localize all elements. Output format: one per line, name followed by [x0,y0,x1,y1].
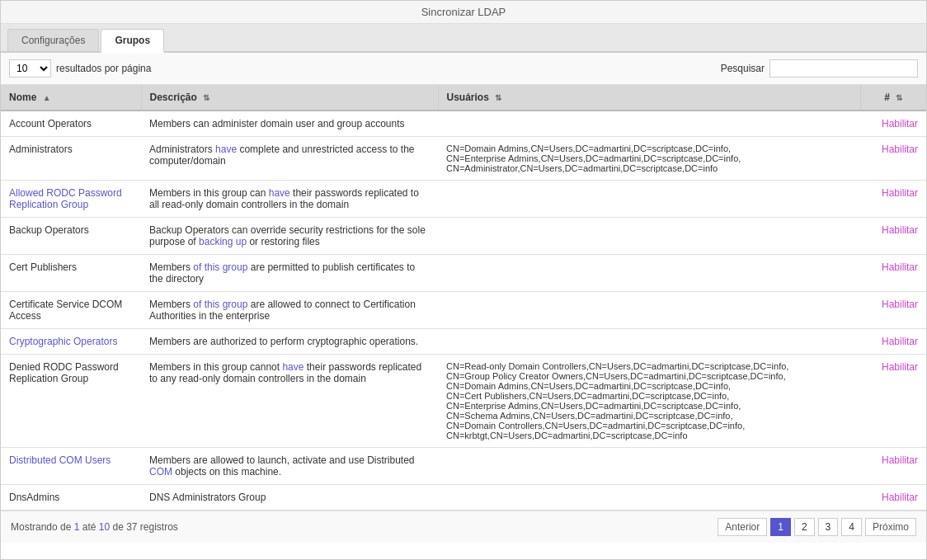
habilitar-link[interactable]: Habilitar [882,224,918,236]
table-row: AdministratorsAdministrators have comple… [1,137,926,181]
cell-action: Habilitar [860,111,926,137]
toolbar: 10 25 50 100 resultados por página Pesqu… [1,53,926,85]
sort-arrow-nome: ▲ [43,93,51,102]
cell-descricao: Members of this group are allowed to con… [141,292,438,329]
cell-action: Habilitar [860,448,926,485]
col-header-usuarios[interactable]: Usuários ⇅ [438,85,860,111]
cell-descricao: Backup Operators can override security r… [141,218,438,255]
cell-nome: Certificate Service DCOM Access [1,292,141,329]
per-page-section: 10 25 50 100 resultados por página [9,59,151,78]
table-row: Backup OperatorsBackup Operators can ove… [1,218,926,255]
page-button-2[interactable]: 2 [794,518,815,536]
window-title: Sincronizar LDAP [421,6,506,18]
cell-usuarios: CN=Domain Admins,CN=Users,DC=admartini,D… [438,137,860,181]
cell-descricao: Members are authorized to perform crypto… [141,329,438,355]
footer-info: Mostrando de 1 até 10 de 37 registros [11,521,178,533]
search-input[interactable] [769,59,918,78]
per-page-select[interactable]: 10 25 50 100 [9,59,51,78]
cell-descricao: Members in this group cannot have their … [141,355,438,448]
table-row: Allowed RODC Password Replication GroupM… [1,181,926,218]
cell-action: Habilitar [860,329,926,355]
main-window: Sincronizar LDAP Configurações Grupos 10… [0,0,927,560]
table-row: Cryptographic OperatorsMembers are autho… [1,329,926,355]
table-row: Denied RODC Password Replication GroupMe… [1,355,926,448]
per-page-label: resultados por página [56,63,151,74]
habilitar-link[interactable]: Habilitar [882,454,918,466]
cell-action: Habilitar [860,218,926,255]
cell-usuarios [438,218,860,255]
search-label: Pesquisar [721,63,765,74]
cell-action: Habilitar [860,355,926,448]
tab-bar: Configurações Grupos [1,24,926,53]
tab-grupos[interactable]: Grupos [101,29,164,53]
cell-descricao: Members of this group are permitted to p… [141,255,438,292]
habilitar-link[interactable]: Habilitar [882,118,918,129]
cell-nome: Administrators [1,137,141,181]
cell-nome: Account Operators [1,111,141,137]
sort-arrow-hash: ⇅ [896,93,902,102]
table-row: DnsAdminsDNS Administrators GroupHabilit… [1,485,926,511]
page-button-3[interactable]: 3 [818,518,839,536]
cell-descricao: Administrators have complete and unrestr… [141,137,438,181]
cell-usuarios [438,255,860,292]
table-row: Account OperatorsMembers can administer … [1,111,926,137]
cell-nome: DnsAdmins [1,485,141,511]
cell-usuarios: CN=Read-only Domain Controllers,CN=Users… [438,355,860,448]
nome-link[interactable]: Allowed RODC Password Replication Group [9,187,122,210]
tab-configuracoes[interactable]: Configurações [7,29,99,51]
sort-arrow-usuarios: ⇅ [495,93,501,102]
page-button-1[interactable]: 1 [770,518,791,536]
pagination: Anterior 1 2 3 4 Próximo [718,518,916,536]
cell-nome: Denied RODC Password Replication Group [1,355,141,448]
cell-nome: Distributed COM Users [1,448,141,485]
col-header-hash[interactable]: # ⇅ [860,85,926,111]
cell-descricao: Members in this group can have their pas… [141,181,438,218]
habilitar-link[interactable]: Habilitar [882,336,918,347]
cell-nome: Allowed RODC Password Replication Group [1,181,141,218]
search-section: Pesquisar [721,59,918,78]
title-bar: Sincronizar LDAP [1,1,926,24]
cell-descricao: Members are allowed to launch, activate … [141,448,438,485]
table-header-row: Nome ▲ Descrição ⇅ Usuários ⇅ # ⇅ [1,85,926,111]
table-row: Certificate Service DCOM AccessMembers o… [1,292,926,329]
cell-action: Habilitar [860,255,926,292]
cell-action: Habilitar [860,485,926,511]
col-header-nome[interactable]: Nome ▲ [1,85,141,111]
cell-usuarios [438,329,860,355]
habilitar-link[interactable]: Habilitar [882,261,918,273]
cell-descricao: DNS Administrators Group [141,485,438,511]
cell-action: Habilitar [860,137,926,181]
habilitar-link[interactable]: Habilitar [882,299,918,310]
cell-nome: Cryptographic Operators [1,329,141,355]
cell-usuarios [438,181,860,218]
cell-descricao: Members can administer domain user and g… [141,111,438,137]
cell-nome: Backup Operators [1,218,141,255]
col-header-descricao[interactable]: Descrição ⇅ [141,85,438,111]
groups-table: Nome ▲ Descrição ⇅ Usuários ⇅ # ⇅ Accoun… [1,85,926,511]
habilitar-link[interactable]: Habilitar [882,187,918,199]
nome-link[interactable]: Distributed COM Users [9,454,111,466]
cell-usuarios [438,292,860,329]
cell-nome: Cert Publishers [1,255,141,292]
nome-link[interactable]: Cryptographic Operators [9,336,117,347]
cell-action: Habilitar [860,181,926,218]
sort-arrow-descricao: ⇅ [203,93,209,102]
cell-usuarios [438,485,860,511]
table-row: Distributed COM UsersMembers are allowed… [1,448,926,485]
habilitar-link[interactable]: Habilitar [882,492,918,503]
table-row: Cert PublishersMembers of this group are… [1,255,926,292]
cell-action: Habilitar [860,292,926,329]
habilitar-link[interactable]: Habilitar [882,361,918,373]
cell-usuarios [438,111,860,137]
habilitar-link[interactable]: Habilitar [882,144,918,155]
page-button-4[interactable]: 4 [841,518,862,536]
prev-page-button[interactable]: Anterior [718,518,767,536]
cell-usuarios [438,448,860,485]
table-footer: Mostrando de 1 até 10 de 37 registros An… [1,511,926,543]
next-page-button[interactable]: Próximo [865,518,916,536]
